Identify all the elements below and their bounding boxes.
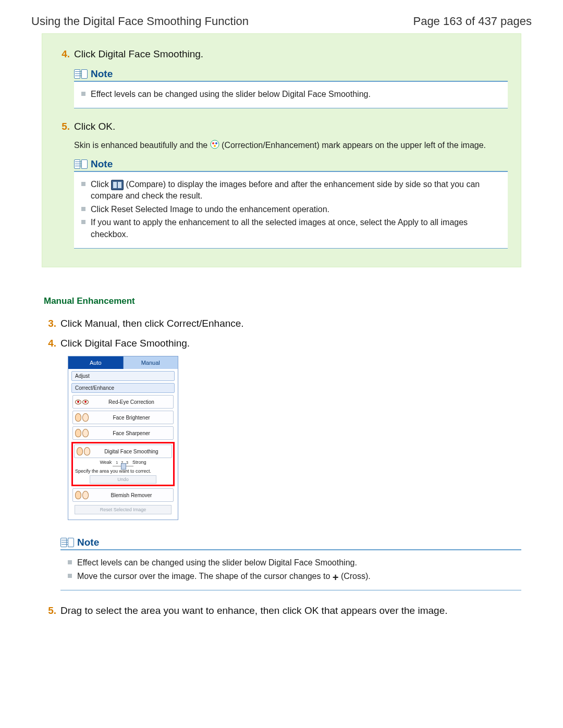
tick-1: 1 <box>116 461 118 464</box>
bullet-icon <box>81 92 85 96</box>
step5-sub-b: (Correction/Enhancement) mark appears on… <box>222 141 486 150</box>
face-sharpener-icon <box>75 429 89 437</box>
step-5-text: Click OK. <box>74 120 508 133</box>
step-5b-num: 5. <box>42 604 60 618</box>
mnote-2b: (Cross). <box>341 572 371 581</box>
red-eye-button[interactable]: Red-Eye Correction <box>72 395 174 409</box>
dfs-highlight: Digital Face Smoothing Weak 1 2 3 Strong… <box>71 442 175 486</box>
face-brightener-icon <box>75 413 89 422</box>
mnote-1: Effect levels can be changed using the s… <box>77 557 357 569</box>
book-icon <box>60 538 74 547</box>
dfs-icon <box>77 447 90 455</box>
manual-heading: Manual Enhancement <box>44 296 521 306</box>
book-icon <box>74 69 88 79</box>
slider-weak: Weak <box>100 460 112 465</box>
blemish-button[interactable]: Blemish Remover <box>72 488 174 502</box>
note-label: Note <box>91 158 113 170</box>
slider-track[interactable] <box>113 466 133 466</box>
note1-text: Effect levels can be changed using the s… <box>91 89 371 100</box>
undo-button[interactable]: Undo <box>90 475 156 484</box>
note2-1a: Click <box>91 180 111 189</box>
blemish-icon <box>75 491 89 499</box>
step-4-num: 4. <box>55 47 74 61</box>
compare-icon <box>111 180 124 190</box>
svg-point-3 <box>214 145 216 147</box>
step-4-text: Click Digital Face Smoothing. <box>74 47 508 61</box>
note2-1b: (Compare) to display the images before a… <box>91 180 480 200</box>
mnote-2a: Move the cursor over the image. The shap… <box>77 572 333 581</box>
note-label: Note <box>91 68 113 80</box>
face-sharpener-label: Face Sharpener <box>92 430 171 436</box>
auto-section: 4. Click Digital Face Smoothing. Note Ef… <box>42 33 521 267</box>
correction-mark-icon <box>210 140 219 152</box>
step-5-num: 5. <box>55 120 74 133</box>
bullet-icon <box>81 207 85 211</box>
blemish-label: Blemish Remover <box>92 492 171 498</box>
red-eye-icon <box>75 398 89 406</box>
step-4b-num: 4. <box>42 337 60 350</box>
step-3-text: Click Manual, then click Correct/Enhance… <box>60 317 521 330</box>
tab-auto[interactable]: Auto <box>68 356 124 369</box>
reset-button[interactable]: Reset Selected Image <box>75 505 172 514</box>
subtab-correct-enhance[interactable]: Correct/Enhance <box>71 383 175 393</box>
face-sharpener-button[interactable]: Face Sharpener <box>72 426 174 440</box>
tab-manual[interactable]: Manual <box>124 356 178 369</box>
bullet-icon <box>81 182 85 186</box>
step-3-num: 3. <box>42 317 60 330</box>
step-4b-text: Click Digital Face Smoothing. <box>60 337 521 350</box>
note2-3: If you want to apply the enhancement to … <box>91 217 500 240</box>
note-label: Note <box>77 537 99 548</box>
correct-enhance-panel: Auto Manual Adjust Correct/Enhance Red-E… <box>68 356 178 520</box>
svg-point-0 <box>211 140 219 149</box>
svg-point-1 <box>212 142 214 144</box>
bullet-icon <box>81 220 85 224</box>
svg-point-2 <box>215 142 217 144</box>
face-brightener-button[interactable]: Face Brightener <box>72 411 174 424</box>
step-5b-text: Drag to select the area you want to enha… <box>60 604 521 618</box>
slider-handle[interactable] <box>121 463 126 470</box>
page-title: Using the Digital Face Smoothing Functio… <box>31 15 249 28</box>
subtab-adjust[interactable]: Adjust <box>71 371 175 381</box>
slider-strong: Strong <box>132 460 146 465</box>
note2-2: Click Reset Selected Image to undo the e… <box>91 204 329 215</box>
step5-sub-a: Skin is enhanced beautifully and the <box>74 141 210 150</box>
bullet-icon <box>68 574 72 578</box>
book-icon <box>74 159 88 169</box>
tick-3: 3 <box>126 461 128 464</box>
page-number: Page 163 of 437 pages <box>413 15 532 28</box>
bullet-icon <box>68 560 72 564</box>
face-brightener-label: Face Brightener <box>92 415 171 421</box>
red-eye-label: Red-Eye Correction <box>92 399 171 405</box>
dfs-button[interactable]: Digital Face Smoothing <box>74 445 172 458</box>
dfs-label: Digital Face Smoothing <box>93 449 169 454</box>
